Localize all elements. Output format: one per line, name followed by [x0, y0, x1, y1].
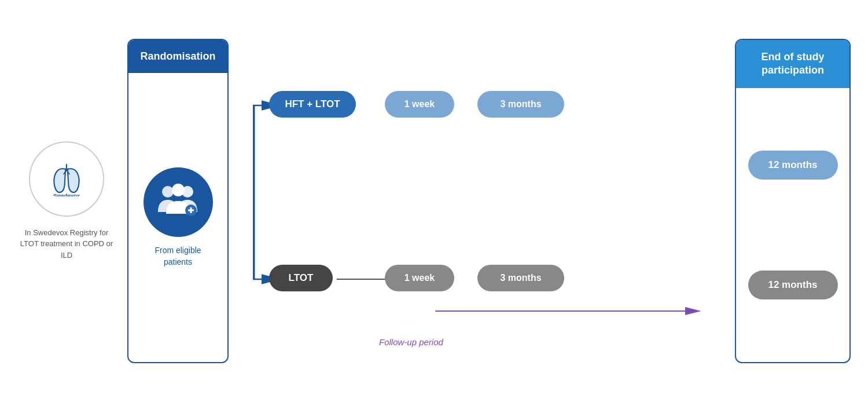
patients-label: From eligible patients: [140, 245, 216, 268]
pill-bottom-3months: 3 months: [477, 265, 564, 291]
svg-point-2: [162, 186, 174, 198]
patients-icon-circle: [144, 167, 213, 237]
pill-top-3months: 3 months: [477, 91, 564, 118]
svg-text:Swedevox: Swedevox: [53, 192, 80, 196]
randomisation-column: Randomisation: [127, 39, 229, 363]
pill-ltot: LTOT: [269, 265, 333, 291]
pill-top-1week: 1 week: [385, 91, 454, 118]
end-of-study-section: End of study participation 12 months 12 …: [735, 39, 851, 363]
randomisation-header: Randomisation: [128, 40, 227, 73]
patients-people-icon: [155, 180, 201, 224]
svg-rect-7: [190, 207, 192, 213]
pill-hft-ltot: HFT + LTOT: [269, 91, 356, 118]
pill-bottom-1week: 1 week: [385, 265, 454, 291]
followup-period-label: Follow-up period: [379, 337, 443, 347]
main-container: Swedevox In Swedevox Registry for LTOT t…: [0, 0, 868, 402]
logo-caption: In Swedevox Registry for LTOT treatment …: [17, 227, 116, 261]
pill-12months-blue: 12 months: [748, 151, 838, 180]
logo-section: Swedevox In Swedevox Registry for LTOT t…: [17, 141, 116, 261]
flow-area: HFT + LTOT 1 week 3 months LTOT 1 week 3…: [246, 39, 723, 363]
swedevox-logo-icon: Swedevox: [46, 162, 87, 196]
logo-circle: Swedevox: [29, 141, 104, 217]
randomisation-body: From eligible patients: [128, 73, 227, 362]
pill-12months-gray: 12 months: [748, 271, 838, 299]
end-of-study-body: 12 months 12 months: [736, 88, 849, 362]
flow-arrows-svg: [246, 39, 723, 363]
end-of-study-header: End of study participation: [736, 40, 849, 88]
svg-point-4: [172, 184, 185, 196]
